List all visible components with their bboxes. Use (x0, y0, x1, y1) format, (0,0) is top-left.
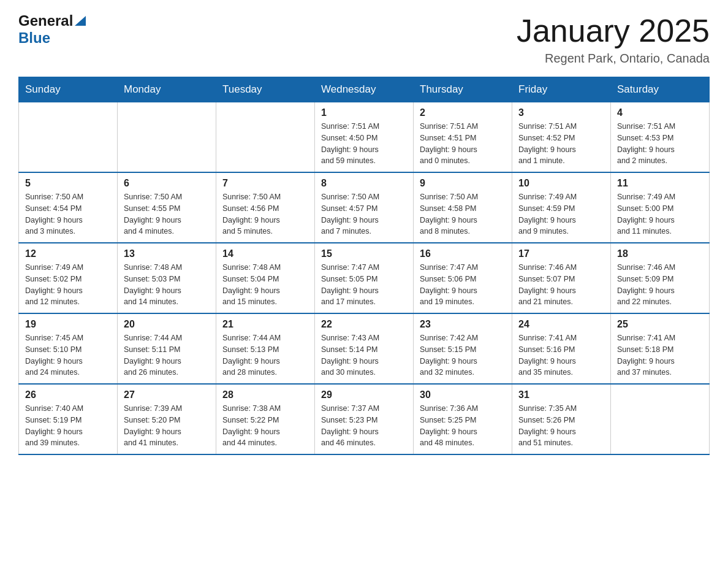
calendar-cell: 10Sunrise: 7:49 AMSunset: 4:59 PMDayligh… (512, 172, 611, 243)
calendar-cell: 15Sunrise: 7:47 AMSunset: 5:05 PMDayligh… (315, 243, 414, 313)
calendar-cell: 16Sunrise: 7:47 AMSunset: 5:06 PMDayligh… (414, 243, 512, 313)
day-number: 16 (420, 248, 506, 259)
weekday-header-sunday: Sunday (19, 77, 118, 102)
day-number: 21 (222, 319, 308, 330)
day-info: Sunrise: 7:43 AMSunset: 5:14 PMDaylight:… (321, 332, 407, 378)
day-info: Sunrise: 7:46 AMSunset: 5:09 PMDaylight:… (617, 262, 703, 308)
logo-general-text: General (18, 12, 73, 29)
calendar-cell: 28Sunrise: 7:38 AMSunset: 5:22 PMDayligh… (216, 384, 315, 454)
day-number: 27 (124, 389, 210, 400)
day-number: 10 (518, 178, 604, 189)
day-info: Sunrise: 7:35 AMSunset: 5:26 PMDaylight:… (518, 403, 604, 449)
day-number: 28 (222, 389, 308, 400)
day-info: Sunrise: 7:47 AMSunset: 5:06 PMDaylight:… (420, 262, 506, 308)
day-number: 11 (617, 178, 703, 189)
day-number: 5 (25, 178, 111, 189)
calendar-cell: 23Sunrise: 7:42 AMSunset: 5:15 PMDayligh… (414, 313, 512, 384)
day-number: 30 (420, 389, 506, 400)
day-info: Sunrise: 7:45 AMSunset: 5:10 PMDaylight:… (25, 332, 111, 378)
day-info: Sunrise: 7:46 AMSunset: 5:07 PMDaylight:… (518, 262, 604, 308)
day-info: Sunrise: 7:51 AMSunset: 4:50 PMDaylight:… (321, 121, 407, 167)
calendar-cell: 26Sunrise: 7:40 AMSunset: 5:19 PMDayligh… (19, 384, 118, 454)
day-number: 4 (617, 107, 703, 118)
day-info: Sunrise: 7:50 AMSunset: 4:58 PMDaylight:… (420, 191, 506, 237)
day-number: 12 (25, 248, 111, 259)
calendar-cell: 25Sunrise: 7:41 AMSunset: 5:18 PMDayligh… (611, 313, 710, 384)
day-number: 6 (124, 178, 210, 189)
calendar-cell: 19Sunrise: 7:45 AMSunset: 5:10 PMDayligh… (19, 313, 118, 384)
day-number: 20 (124, 319, 210, 330)
calendar-cell: 14Sunrise: 7:48 AMSunset: 5:04 PMDayligh… (216, 243, 315, 313)
calendar-cell: 18Sunrise: 7:46 AMSunset: 5:09 PMDayligh… (611, 243, 710, 313)
day-number: 15 (321, 248, 407, 259)
day-number: 3 (518, 107, 604, 118)
day-info: Sunrise: 7:49 AMSunset: 5:02 PMDaylight:… (25, 262, 111, 308)
calendar-cell: 29Sunrise: 7:37 AMSunset: 5:23 PMDayligh… (315, 384, 414, 454)
calendar-cell: 20Sunrise: 7:44 AMSunset: 5:11 PMDayligh… (118, 313, 216, 384)
day-info: Sunrise: 7:44 AMSunset: 5:13 PMDaylight:… (222, 332, 308, 378)
calendar-cell: 8Sunrise: 7:50 AMSunset: 4:57 PMDaylight… (315, 172, 414, 243)
weekday-header-friday: Friday (512, 77, 611, 102)
weekday-header-tuesday: Tuesday (216, 77, 315, 102)
calendar-cell (216, 102, 315, 173)
calendar-week-3: 12Sunrise: 7:49 AMSunset: 5:02 PMDayligh… (19, 243, 710, 313)
day-number: 31 (518, 389, 604, 400)
day-number: 2 (420, 107, 506, 118)
weekday-header-thursday: Thursday (414, 77, 512, 102)
day-number: 13 (124, 248, 210, 259)
day-number: 8 (321, 178, 407, 189)
day-info: Sunrise: 7:49 AMSunset: 5:00 PMDaylight:… (617, 191, 703, 237)
calendar-cell: 27Sunrise: 7:39 AMSunset: 5:20 PMDayligh… (118, 384, 216, 454)
day-info: Sunrise: 7:50 AMSunset: 4:56 PMDaylight:… (222, 191, 308, 237)
calendar-cell: 2Sunrise: 7:51 AMSunset: 4:51 PMDaylight… (414, 102, 512, 173)
calendar-cell: 13Sunrise: 7:48 AMSunset: 5:03 PMDayligh… (118, 243, 216, 313)
calendar-cell: 30Sunrise: 7:36 AMSunset: 5:25 PMDayligh… (414, 384, 512, 454)
calendar-week-4: 19Sunrise: 7:45 AMSunset: 5:10 PMDayligh… (19, 313, 710, 384)
day-number: 22 (321, 319, 407, 330)
day-info: Sunrise: 7:50 AMSunset: 4:55 PMDaylight:… (124, 191, 210, 237)
day-number: 7 (222, 178, 308, 189)
calendar-table: SundayMondayTuesdayWednesdayThursdayFrid… (18, 77, 710, 455)
day-info: Sunrise: 7:51 AMSunset: 4:52 PMDaylight:… (518, 121, 604, 167)
calendar-body: 1Sunrise: 7:51 AMSunset: 4:50 PMDaylight… (19, 102, 710, 455)
location-subtitle: Regent Park, Ontario, Canada (517, 52, 710, 66)
day-number: 25 (617, 319, 703, 330)
day-info: Sunrise: 7:49 AMSunset: 4:59 PMDaylight:… (518, 191, 604, 237)
calendar-cell: 4Sunrise: 7:51 AMSunset: 4:53 PMDaylight… (611, 102, 710, 173)
day-info: Sunrise: 7:48 AMSunset: 5:03 PMDaylight:… (124, 262, 210, 308)
day-number: 17 (518, 248, 604, 259)
calendar-cell (118, 102, 216, 173)
calendar-cell: 1Sunrise: 7:51 AMSunset: 4:50 PMDaylight… (315, 102, 414, 173)
calendar-cell: 6Sunrise: 7:50 AMSunset: 4:55 PMDaylight… (118, 172, 216, 243)
day-number: 19 (25, 319, 111, 330)
calendar-cell: 12Sunrise: 7:49 AMSunset: 5:02 PMDayligh… (19, 243, 118, 313)
svg-marker-0 (75, 16, 86, 26)
day-info: Sunrise: 7:42 AMSunset: 5:15 PMDaylight:… (420, 332, 506, 378)
day-info: Sunrise: 7:38 AMSunset: 5:22 PMDaylight:… (222, 403, 308, 449)
day-number: 24 (518, 319, 604, 330)
day-info: Sunrise: 7:37 AMSunset: 5:23 PMDaylight:… (321, 403, 407, 449)
day-info: Sunrise: 7:39 AMSunset: 5:20 PMDaylight:… (124, 403, 210, 449)
day-number: 23 (420, 319, 506, 330)
day-number: 18 (617, 248, 703, 259)
calendar-cell: 24Sunrise: 7:41 AMSunset: 5:16 PMDayligh… (512, 313, 611, 384)
calendar-cell (19, 102, 118, 173)
calendar-week-1: 1Sunrise: 7:51 AMSunset: 4:50 PMDaylight… (19, 102, 710, 173)
day-info: Sunrise: 7:51 AMSunset: 4:51 PMDaylight:… (420, 121, 506, 167)
calendar-week-2: 5Sunrise: 7:50 AMSunset: 4:54 PMDaylight… (19, 172, 710, 243)
day-info: Sunrise: 7:47 AMSunset: 5:05 PMDaylight:… (321, 262, 407, 308)
calendar-cell: 31Sunrise: 7:35 AMSunset: 5:26 PMDayligh… (512, 384, 611, 454)
calendar-cell: 3Sunrise: 7:51 AMSunset: 4:52 PMDaylight… (512, 102, 611, 173)
calendar-cell (611, 384, 710, 454)
day-info: Sunrise: 7:41 AMSunset: 5:18 PMDaylight:… (617, 332, 703, 378)
day-number: 29 (321, 389, 407, 400)
weekday-header-saturday: Saturday (611, 77, 710, 102)
day-info: Sunrise: 7:48 AMSunset: 5:04 PMDaylight:… (222, 262, 308, 308)
day-info: Sunrise: 7:51 AMSunset: 4:53 PMDaylight:… (617, 121, 703, 167)
calendar-week-5: 26Sunrise: 7:40 AMSunset: 5:19 PMDayligh… (19, 384, 710, 454)
logo-blue-text: Blue (18, 29, 50, 46)
calendar-cell: 22Sunrise: 7:43 AMSunset: 5:14 PMDayligh… (315, 313, 414, 384)
day-info: Sunrise: 7:40 AMSunset: 5:19 PMDaylight:… (25, 403, 111, 449)
title-block: January 2025 Regent Park, Ontario, Canad… (517, 12, 710, 66)
weekday-header-wednesday: Wednesday (315, 77, 414, 102)
